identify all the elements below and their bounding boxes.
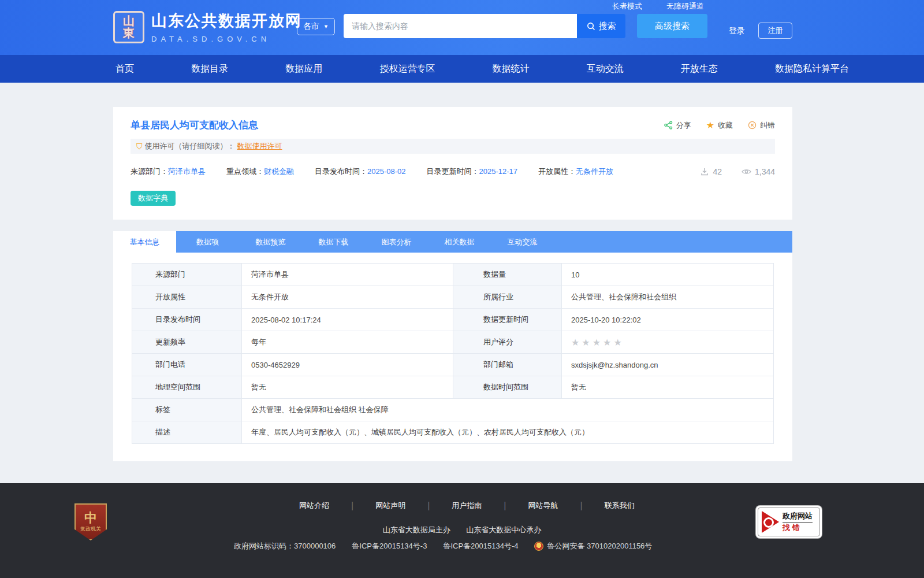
- row-value: 每年: [242, 331, 453, 354]
- tab-basic-info[interactable]: 基本信息: [113, 231, 176, 253]
- table-row: 来源部门 菏泽市单县 数据量 10: [132, 264, 774, 286]
- meta-open-attr: 开放属性：无条件开放: [538, 166, 613, 177]
- table-row: 开放属性 无条件开放 所属行业 公共管理、社会保障和社会组织: [132, 286, 774, 309]
- search-icon: [587, 22, 595, 31]
- login-link[interactable]: 登录: [729, 26, 745, 36]
- row-label: 数据更新时间: [453, 309, 562, 331]
- meta-update-label: 目录更新时间：: [427, 167, 479, 176]
- row-value: 2025-08-02 10:17:24: [242, 309, 453, 331]
- row-value: sxdsjsjk@hz.shandong.cn: [562, 354, 774, 376]
- footer-link-contact[interactable]: 联系我们: [583, 501, 657, 511]
- register-button[interactable]: 注册: [758, 23, 792, 39]
- footer-link-guide[interactable]: 用户指南: [430, 501, 504, 511]
- row-label: 数据时间范围: [453, 376, 562, 399]
- correction-label: 纠错: [760, 120, 775, 131]
- meta-field-label: 重点领域：: [226, 167, 264, 176]
- meta-source-link[interactable]: 菏泽市单县: [168, 167, 206, 176]
- meta-source-label: 来源部门：: [131, 167, 168, 176]
- view-count: 1,344: [742, 167, 775, 176]
- row-label: 开放属性: [132, 286, 242, 309]
- row-value: 2025-10-20 10:22:02: [562, 309, 774, 331]
- tab-related-data[interactable]: 相关数据: [428, 231, 491, 253]
- nav-item-interaction[interactable]: 互动交流: [587, 63, 624, 75]
- nav-item-authorized-zone[interactable]: 授权运营专区: [379, 63, 435, 75]
- table-row: 标签 公共管理、社会保障和社会组织 社会保障: [132, 399, 774, 421]
- error-correction-button[interactable]: 纠错: [748, 120, 775, 131]
- nav-item-home[interactable]: 首页: [116, 63, 134, 75]
- row-label: 来源部门: [132, 264, 242, 286]
- download-count-value: 42: [713, 167, 722, 176]
- gov-site-find-error-badge[interactable]: 政府网站 找错: [758, 507, 820, 536]
- police-registration[interactable]: 鲁公网安备 37010202001156号: [534, 541, 652, 551]
- icp-license-2[interactable]: 鲁ICP备20015134号-4: [443, 541, 518, 551]
- icp-license-1[interactable]: 鲁ICP备20015134号-3: [352, 541, 427, 551]
- site-header: 山 東 山东公共数据开放网 DATA.SD.GOV.CN 各市 ▼ 搜索 高级搜…: [0, 0, 924, 55]
- share-button[interactable]: 分享: [664, 120, 691, 131]
- tab-chart-analysis[interactable]: 图表分析: [365, 231, 428, 253]
- elder-mode-link[interactable]: 长者模式: [612, 1, 642, 12]
- row-value: 菏泽市单县: [242, 264, 453, 286]
- meta-publish-time: 目录发布时间：2025-08-02: [315, 166, 406, 177]
- nav-item-privacy-platform[interactable]: 数据隐私计算平台: [775, 63, 849, 75]
- row-value: 公共管理、社会保障和社会组织 社会保障: [242, 399, 774, 421]
- accessibility-link[interactable]: 无障碍通道: [666, 1, 704, 12]
- tab-data-download[interactable]: 数据下载: [302, 231, 365, 253]
- meta-field-link[interactable]: 财税金融: [264, 167, 294, 176]
- download-icon: [700, 167, 709, 176]
- meta-open-label: 开放属性：: [538, 167, 576, 176]
- chevron-down-icon: ▼: [323, 24, 329, 29]
- row-label: 描述: [132, 421, 242, 444]
- city-selector-dropdown[interactable]: 各市 ▼: [297, 18, 335, 35]
- gov-site-id: 政府网站标识码：3700000106: [234, 541, 336, 551]
- tab-data-preview[interactable]: 数据预览: [239, 231, 302, 253]
- footer-link-about[interactable]: 网站介绍: [277, 501, 351, 511]
- row-label: 用户评分: [453, 331, 562, 354]
- user-rating-stars[interactable]: ★★★★★: [562, 331, 774, 354]
- tab-interaction[interactable]: 互动交流: [491, 231, 554, 253]
- correction-icon: [748, 121, 757, 129]
- meta-source: 来源部门：菏泽市单县: [131, 166, 206, 177]
- nav-item-open-ecosystem[interactable]: 开放生态: [681, 63, 718, 75]
- table-row: 部门电话 0530-4652929 部门邮箱 sxdsjsjk@hz.shand…: [132, 354, 774, 376]
- eye-icon: [742, 168, 751, 176]
- row-value: 公共管理、社会保障和社会组织: [562, 286, 774, 309]
- data-dictionary-button[interactable]: 数据字典: [131, 191, 176, 206]
- row-label: 标签: [132, 399, 242, 421]
- row-label: 更新频率: [132, 331, 242, 354]
- site-subtitle: DATA.SD.GOV.CN: [151, 35, 302, 43]
- table-row: 更新频率 每年 用户评分 ★★★★★: [132, 331, 774, 354]
- dataset-detail-card: 单县居民人均可支配收入信息 分享 ★ 收藏 纠错: [113, 107, 792, 220]
- row-label: 目录发布时间: [132, 309, 242, 331]
- site-footer: 中 党政机关 网站介绍| 网站声明| 用户指南| 网站导航| 联系我们 山东省大…: [0, 483, 924, 578]
- row-value: 0530-4652929: [242, 354, 453, 376]
- seal-logo-icon: 山 東: [113, 11, 144, 43]
- nav-item-data-stats[interactable]: 数据统计: [493, 63, 530, 75]
- search-input[interactable]: [344, 14, 577, 38]
- search-bar: 搜索: [344, 14, 625, 38]
- footer-link-sitemap[interactable]: 网站导航: [506, 501, 580, 511]
- star-icon: ★: [706, 120, 714, 131]
- bookmark-icon: ⛉: [136, 142, 143, 151]
- row-label: 数据量: [453, 264, 562, 286]
- license-label: 使用许可（请仔细阅读）：: [145, 141, 235, 151]
- footer-registration-line: 政府网站标识码：3700000106 鲁ICP备20015134号-3 鲁ICP…: [234, 541, 652, 551]
- license-link[interactable]: 数据使用许可: [237, 141, 282, 151]
- dataset-meta-row: 来源部门：菏泽市单县 重点领域：财税金融 目录发布时间：2025-08-02 目…: [131, 166, 775, 177]
- view-count-value: 1,344: [755, 167, 775, 176]
- nav-item-data-apps[interactable]: 数据应用: [285, 63, 322, 75]
- search-button[interactable]: 搜索: [577, 14, 625, 38]
- meta-field: 重点领域：财税金融: [226, 166, 294, 177]
- row-label: 所属行业: [453, 286, 562, 309]
- row-label: 地理空间范围: [132, 376, 242, 399]
- seal-char-1: 山: [123, 15, 135, 27]
- tab-data-items[interactable]: 数据项: [176, 231, 239, 253]
- police-registration-label: 鲁公网安备 37010202001156号: [547, 541, 652, 551]
- meta-update-time: 目录更新时间：2025-12-17: [427, 166, 518, 177]
- share-icon: [664, 121, 673, 129]
- site-logo[interactable]: 山 東 山东公共数据开放网 DATA.SD.GOV.CN: [113, 10, 302, 43]
- advanced-search-button[interactable]: 高级搜索: [637, 14, 707, 38]
- footer-link-statement[interactable]: 网站声明: [353, 501, 427, 511]
- find-error-bottom-label: 找错: [783, 523, 813, 533]
- nav-item-data-catalog[interactable]: 数据目录: [191, 63, 228, 75]
- favorite-button[interactable]: ★ 收藏: [706, 120, 733, 131]
